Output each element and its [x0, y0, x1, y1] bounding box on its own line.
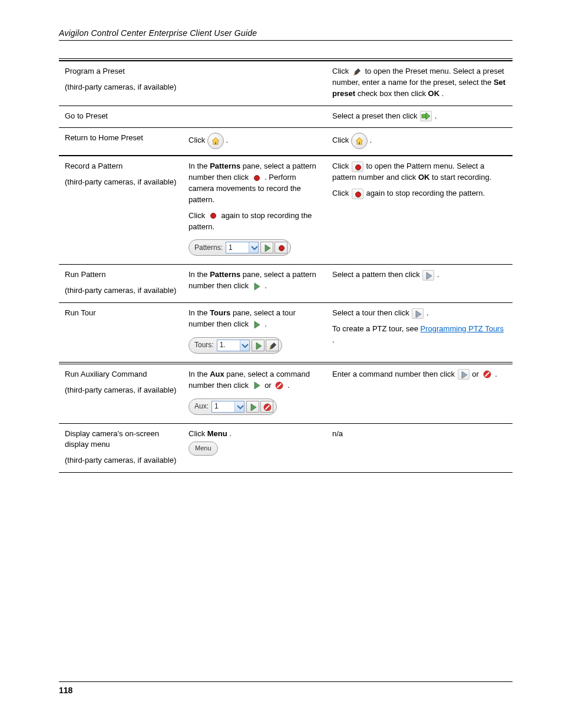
- play-icon: [252, 320, 262, 330]
- patterns-label: Patterns:: [194, 243, 223, 253]
- home-icon: [207, 133, 224, 149]
- play-button[interactable]: [246, 401, 259, 413]
- row-subtitle: (third-party cameras, if available): [65, 286, 176, 295]
- table-row: Run Pattern (third-party cameras, if ava…: [59, 265, 513, 303]
- go-arrow-icon: [420, 111, 432, 121]
- row-title: Run Tour: [65, 308, 96, 317]
- page-header: Avigilon Control Center Enterprise Clien…: [59, 28, 513, 41]
- record-button[interactable]: [275, 242, 287, 253]
- tours-select[interactable]: 1.: [217, 340, 250, 351]
- table-row: Return to Home Preset Click . Click .: [59, 128, 513, 156]
- play-icon: [412, 308, 424, 319]
- table-row: Display camera's on-screen display menu …: [59, 423, 513, 473]
- row-title: Return to Home Preset: [65, 133, 143, 142]
- row-subtitle: (third-party cameras, if available): [65, 386, 176, 394]
- header-title: Avigilon Control Center Enterprise Clien…: [59, 28, 257, 38]
- table-row: Go to Preset Select a preset then click …: [59, 106, 513, 128]
- menu-button[interactable]: Menu: [189, 442, 218, 456]
- stop-button[interactable]: [260, 401, 273, 413]
- row-title: Run Pattern: [65, 270, 105, 279]
- play-icon: [252, 282, 262, 291]
- chevron-down-icon[interactable]: [249, 242, 258, 253]
- stop-icon: [274, 381, 285, 390]
- play-icon: [252, 381, 262, 390]
- play-icon: [458, 369, 470, 380]
- aux-select[interactable]: 1: [211, 401, 244, 413]
- patterns-control[interactable]: Patterns: 1: [189, 239, 291, 256]
- pencil-icon: [352, 67, 362, 77]
- row-title: Record a Pattern: [65, 162, 123, 170]
- aux-label: Aux:: [194, 401, 209, 411]
- row-title: Display camera's on-screen display menu: [65, 429, 159, 449]
- row-title: Go to Preset: [65, 111, 108, 120]
- chevron-down-icon[interactable]: [234, 401, 244, 412]
- play-button[interactable]: [260, 242, 273, 253]
- tours-label: Tours:: [194, 340, 214, 350]
- play-button[interactable]: [252, 340, 265, 351]
- record-icon: [252, 173, 262, 183]
- row-subtitle: (third-party cameras, if available): [65, 83, 176, 91]
- stop-icon: [482, 370, 492, 379]
- row-title: Program a Preset: [65, 67, 125, 75]
- edit-button[interactable]: [266, 340, 279, 351]
- page-number: 118: [59, 686, 72, 695]
- row-subtitle: (third-party cameras, if available): [65, 456, 176, 465]
- table-row: Record a Pattern (third-party cameras, i…: [59, 156, 513, 265]
- record-icon: [208, 211, 219, 220]
- home-icon: [351, 133, 368, 149]
- record-icon: [352, 162, 363, 172]
- table-row: Program a Preset (third-party cameras, i…: [59, 61, 513, 106]
- table-row: Run Auxiliary Command (third-party camer…: [59, 363, 513, 423]
- row-subtitle: (third-party cameras, if available): [65, 177, 176, 186]
- page-footer: 118: [59, 681, 513, 695]
- record-icon: [352, 189, 363, 199]
- table-row: Run Tour In the Tours pane, select a tou…: [59, 303, 513, 363]
- play-icon: [422, 270, 434, 281]
- patterns-select[interactable]: 1: [226, 242, 259, 253]
- aux-control[interactable]: Aux: 1: [189, 398, 277, 415]
- row-title: Run Auxiliary Command: [65, 370, 147, 378]
- tours-control[interactable]: Tours: 1.: [189, 337, 282, 354]
- chevron-down-icon[interactable]: [240, 340, 249, 351]
- ptz-reference-table: Program a Preset (third-party cameras, i…: [59, 58, 513, 473]
- link-programming-ptz-tours[interactable]: Programming PTZ Tours: [421, 324, 504, 333]
